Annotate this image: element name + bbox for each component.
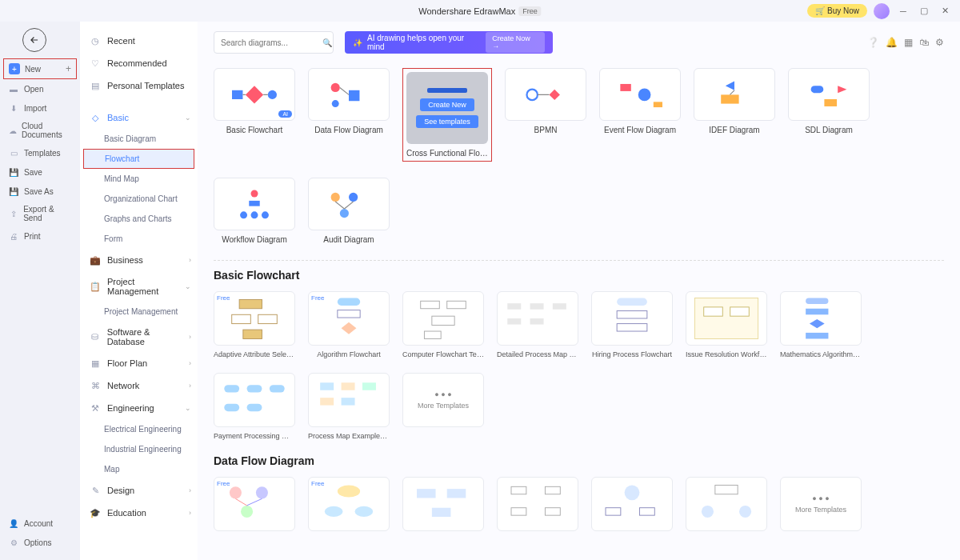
- svg-rect-20: [824, 99, 837, 106]
- minimize-button[interactable]: ─: [896, 4, 910, 18]
- svg-point-24: [251, 211, 258, 218]
- recommended-item[interactable]: ♡Recommended: [80, 52, 198, 74]
- template-card[interactable]: Hiring Process Flowchart: [591, 291, 673, 358]
- search-box[interactable]: 🔍: [214, 31, 334, 54]
- buy-now-button[interactable]: 🛒 Buy Now: [807, 4, 867, 18]
- bell-icon[interactable]: 🔔: [886, 37, 898, 48]
- svg-rect-85: [715, 485, 738, 494]
- basic-diagram-item[interactable]: Basic Diagram: [80, 129, 198, 149]
- template-card[interactable]: [686, 477, 767, 536]
- recent-item[interactable]: ◷Recent: [80, 30, 198, 52]
- svg-marker-1: [246, 86, 263, 103]
- template-card[interactable]: Free: [214, 477, 295, 536]
- like-icon: ♡: [90, 58, 101, 69]
- template-card[interactable]: [497, 477, 578, 536]
- back-button[interactable]: [22, 28, 46, 52]
- ai-banner[interactable]: ✨ AI drawing helps open your mind Create…: [345, 31, 553, 54]
- see-templates-button[interactable]: See templates: [416, 115, 478, 128]
- save-button[interactable]: 💾Save: [0, 162, 80, 182]
- primary-sidebar: + New + ▬Open ⬇Import ☁Cloud Documents ▭…: [0, 22, 80, 560]
- software-category[interactable]: ⛁Software & Database›: [80, 322, 198, 352]
- industrial-item[interactable]: Industrial Engineering: [80, 439, 198, 459]
- more-templates-card[interactable]: ● ● ●More Templates: [780, 477, 862, 536]
- network-category[interactable]: ⌘Network›: [80, 374, 198, 397]
- eng-label: Engineering: [107, 403, 154, 413]
- sdl-card[interactable]: SDL Diagram: [788, 68, 870, 162]
- cross-functional-card[interactable]: Create New See templates Cross Functiona…: [402, 68, 492, 162]
- dfd-card[interactable]: Data Flow Diagram: [308, 68, 390, 162]
- floorplan-category[interactable]: ▦Floor Plan›: [80, 352, 198, 374]
- event-flow-card[interactable]: Event Flow Diagram: [599, 68, 681, 162]
- template-card[interactable]: [591, 477, 673, 536]
- mindmap-item[interactable]: Mind Map: [80, 169, 198, 189]
- pm-sub-item[interactable]: Project Management: [80, 302, 198, 322]
- pm-category[interactable]: 📋Project Management⌄: [80, 271, 198, 302]
- options-button[interactable]: ⚙Options: [0, 533, 80, 552]
- grid-icon[interactable]: ▦: [904, 37, 913, 48]
- svg-rect-59: [270, 385, 285, 392]
- orgchart-item[interactable]: Organizational Chart: [80, 189, 198, 209]
- basket-icon[interactable]: 🛍: [919, 37, 929, 48]
- fp-label: Floor Plan: [107, 358, 147, 368]
- svg-marker-55: [810, 319, 825, 328]
- svg-point-9: [526, 89, 537, 99]
- bpmn-card[interactable]: BPMN: [505, 68, 586, 162]
- avatar[interactable]: [874, 3, 890, 19]
- templates-button[interactable]: ▭Templates: [0, 143, 80, 162]
- design-category[interactable]: ✎Design›: [80, 479, 198, 502]
- template-card[interactable]: Process Map Examples Te...: [308, 373, 390, 440]
- audit-card[interactable]: Audit Diagram: [308, 178, 390, 244]
- cloud-documents-button[interactable]: ☁Cloud Documents: [0, 118, 80, 143]
- flowchart-item[interactable]: Flowchart: [83, 149, 194, 169]
- business-category[interactable]: 💼Business›: [80, 249, 198, 271]
- workflow-card[interactable]: Workflow Diagram: [214, 178, 295, 244]
- tpl-label: Computer Flowchart Temp...: [402, 350, 484, 358]
- map-item[interactable]: Map: [80, 459, 198, 479]
- export-button[interactable]: ⇪Export & Send: [0, 201, 80, 226]
- account-button[interactable]: 👤Account: [0, 514, 80, 533]
- maximize-button[interactable]: ▢: [917, 4, 931, 18]
- import-button[interactable]: ⬇Import: [0, 98, 80, 118]
- print-button[interactable]: 🖨Print: [0, 226, 80, 246]
- education-category[interactable]: 🎓Education›: [80, 502, 198, 524]
- create-new-button[interactable]: Create New: [420, 98, 474, 111]
- card-label: Event Flow Diagram: [599, 126, 681, 134]
- svg-line-8: [340, 87, 349, 94]
- graphs-item[interactable]: Graphs and Charts: [80, 209, 198, 229]
- template-card[interactable]: Detailed Process Map Tem...: [497, 291, 578, 358]
- svg-rect-60: [224, 404, 239, 411]
- svg-rect-47: [617, 298, 647, 306]
- svg-rect-52: [730, 307, 750, 316]
- new-button[interactable]: + New +: [3, 58, 77, 79]
- basic-flowchart-card[interactable]: AI Basic Flowchart: [214, 68, 295, 162]
- engineering-category[interactable]: ⚒Engineering⌄: [80, 397, 198, 419]
- template-card[interactable]: Mathematics Algorithm Fl...: [780, 291, 862, 358]
- create-now-button[interactable]: Create Now →: [486, 32, 545, 53]
- templates-icon: ▭: [8, 147, 19, 158]
- template-card[interactable]: Issue Resolution Workflow ...: [686, 291, 767, 358]
- basic-category[interactable]: ◇Basic⌄: [80, 106, 198, 129]
- open-button[interactable]: ▬Open: [0, 79, 80, 98]
- search-input[interactable]: [221, 38, 322, 47]
- personal-templates-item[interactable]: ▤Personal Templates: [80, 74, 198, 97]
- settings-icon[interactable]: ⚙: [935, 37, 944, 48]
- idef-card[interactable]: IDEF Diagram: [694, 68, 775, 162]
- template-card[interactable]: [402, 477, 484, 536]
- svg-rect-18: [811, 86, 824, 93]
- template-card[interactable]: Computer Flowchart Temp...: [402, 291, 484, 358]
- help-icon[interactable]: ❔: [867, 37, 879, 48]
- more-templates-card[interactable]: ● ● ●More Templates: [402, 373, 484, 440]
- template-card[interactable]: Payment Processing Workf...: [214, 373, 295, 440]
- svg-rect-79: [545, 486, 560, 494]
- svg-rect-57: [224, 385, 239, 392]
- template-card[interactable]: Free: [308, 477, 390, 536]
- gear-icon: ⚙: [8, 537, 19, 548]
- electrical-item[interactable]: Electrical Engineering: [80, 419, 198, 439]
- form-item[interactable]: Form: [80, 229, 198, 249]
- template-card[interactable]: FreeAlgorithm Flowchart: [308, 291, 390, 358]
- close-button[interactable]: ✕: [938, 4, 952, 18]
- template-card[interactable]: FreeAdaptive Attribute Selectio...: [214, 291, 295, 358]
- tpl-label: Hiring Process Flowchart: [591, 350, 673, 358]
- saveas-label: Save As: [24, 187, 54, 196]
- saveas-button[interactable]: 💾Save As: [0, 182, 80, 201]
